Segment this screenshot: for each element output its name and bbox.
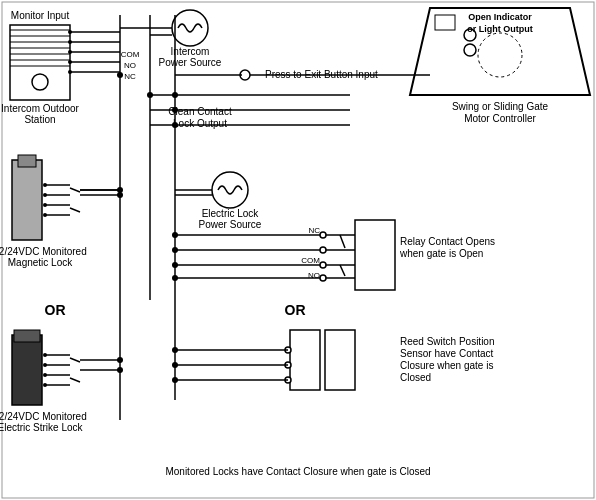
svg-point-138 [117, 192, 123, 198]
svg-text:Power Source: Power Source [199, 219, 262, 230]
svg-point-116 [147, 92, 153, 98]
svg-point-113 [172, 107, 178, 113]
svg-text:Closed: Closed [400, 372, 431, 383]
svg-point-92 [320, 247, 326, 253]
svg-text:Sensor have Contact: Sensor have Contact [400, 348, 494, 359]
svg-text:Open Indicator: Open Indicator [468, 12, 532, 22]
svg-rect-119 [325, 330, 355, 390]
svg-text:COM: COM [301, 256, 320, 265]
svg-text:Station: Station [24, 114, 55, 125]
wiring-diagram: Monitor Input Intercom Outdoor Station I… [0, 0, 596, 500]
svg-text:Monitored Locks have Contact C: Monitored Locks have Contact Closure whe… [165, 466, 430, 477]
svg-rect-69 [12, 335, 42, 405]
svg-text:Intercom Outdoor: Intercom Outdoor [1, 103, 79, 114]
svg-point-115 [117, 72, 123, 78]
svg-point-112 [172, 92, 178, 98]
svg-point-95 [320, 262, 326, 268]
svg-text:Relay Contact Opens: Relay Contact Opens [400, 236, 495, 247]
svg-point-83 [212, 172, 248, 208]
svg-point-47 [464, 44, 476, 56]
svg-point-128 [172, 362, 178, 368]
svg-point-97 [320, 275, 326, 281]
svg-point-109 [172, 247, 178, 253]
svg-point-111 [172, 275, 178, 281]
svg-rect-55 [18, 155, 36, 167]
svg-text:Closure when gate is: Closure when gate is [400, 360, 493, 371]
svg-point-18 [172, 10, 208, 46]
svg-text:OR: OR [45, 302, 66, 318]
svg-text:NC: NC [124, 72, 136, 81]
svg-point-142 [117, 357, 123, 363]
svg-text:Motor Controller: Motor Controller [464, 113, 536, 124]
svg-point-143 [117, 367, 123, 373]
svg-text:12/24VDC Monitored: 12/24VDC Monitored [0, 246, 87, 257]
svg-rect-54 [12, 160, 42, 240]
svg-text:Intercom: Intercom [171, 46, 210, 57]
svg-point-110 [172, 262, 178, 268]
svg-rect-45 [435, 15, 455, 30]
svg-point-127 [172, 347, 178, 353]
svg-text:12/24VDC Monitored: 12/24VDC Monitored [0, 411, 87, 422]
svg-text:Clean Contact: Clean Contact [168, 106, 232, 117]
svg-text:Monitor Input: Monitor Input [11, 10, 70, 21]
svg-text:Reed Switch Position: Reed Switch Position [400, 336, 495, 347]
svg-text:Magnetic Lock: Magnetic Lock [8, 257, 73, 268]
svg-text:Electric Lock: Electric Lock [202, 208, 260, 219]
svg-point-129 [172, 377, 178, 383]
svg-point-114 [172, 122, 178, 128]
svg-text:when gate is Open: when gate is Open [399, 248, 483, 259]
svg-text:Swing or Sliding Gate: Swing or Sliding Gate [452, 101, 549, 112]
svg-text:OR: OR [285, 302, 306, 318]
svg-rect-118 [290, 330, 320, 390]
svg-point-90 [320, 232, 326, 238]
svg-text:NO: NO [124, 61, 136, 70]
svg-rect-70 [14, 330, 40, 342]
svg-text:COM: COM [121, 50, 140, 59]
svg-text:Electric Strike Lock: Electric Strike Lock [0, 422, 84, 433]
svg-rect-88 [355, 220, 395, 290]
svg-text:or Light Output: or Light Output [467, 24, 532, 34]
svg-text:Power Source: Power Source [159, 57, 222, 68]
svg-text:NC: NC [308, 226, 320, 235]
svg-text:Lock Output: Lock Output [173, 118, 227, 129]
svg-point-108 [172, 232, 178, 238]
svg-point-9 [32, 74, 48, 90]
